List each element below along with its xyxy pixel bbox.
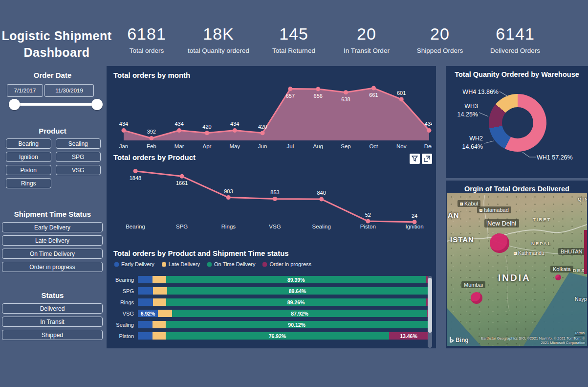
kpi-value: 20 xyxy=(417,24,463,44)
svg-text:SPG: SPG xyxy=(176,224,188,229)
svg-text:420: 420 xyxy=(258,124,267,130)
date-slider-handle-start[interactable] xyxy=(9,99,20,110)
product-filter-sealing[interactable]: Sealing xyxy=(56,138,101,149)
bar-segment-early-delivery[interactable] xyxy=(138,287,153,295)
map-canvas[interactable]: KabulIslamabadANQINGNew DelhiTIBETISTANN… xyxy=(447,193,587,346)
status-filter-shipped[interactable]: Shipped xyxy=(2,330,103,340)
legend-marker xyxy=(162,262,166,267)
svg-text:638: 638 xyxy=(341,96,350,102)
bar-segment-early-delivery[interactable]: 6.92% xyxy=(138,310,158,317)
bar-track[interactable]: 6.92%87.92% xyxy=(138,310,428,317)
donut-label-wh4: WH4 13.86% xyxy=(450,88,499,96)
bar-chart-scrollbar-track[interactable] xyxy=(428,276,432,348)
legend-marker xyxy=(207,262,212,267)
bar-segment-late-delivery[interactable] xyxy=(152,321,166,328)
product-filter-piston[interactable]: Piston xyxy=(6,165,51,175)
bar-segment-order-in-progress[interactable]: 13.46% xyxy=(389,332,428,340)
bar-segment-early-delivery[interactable] xyxy=(138,276,152,283)
map-label-kabul: Kabul xyxy=(457,200,480,207)
svg-text:Piston: Piston xyxy=(360,224,376,229)
bar-segment-late-delivery[interactable] xyxy=(158,310,172,317)
status-filter-in-transit[interactable]: In Transit xyxy=(2,317,103,327)
bar-track[interactable]: 89.64% xyxy=(138,287,428,295)
kpi-value: 18K xyxy=(188,24,249,44)
bar-track[interactable]: 76.92%13.46% xyxy=(138,332,428,340)
date-start-input[interactable]: 7/1/2017 xyxy=(7,84,43,97)
legend-label: On Time Delivery xyxy=(214,261,255,267)
bar-segment-on-time-delivery[interactable]: 76.92% xyxy=(166,332,389,340)
svg-text:434: 434 xyxy=(230,121,239,127)
town-dot-icon xyxy=(460,203,463,205)
orders-by-product-chart[interactable]: 184816619038538405224BearingSPGRingsVSGS… xyxy=(110,160,432,236)
bar-segment-on-time-delivery[interactable]: 90.12% xyxy=(166,321,427,328)
product-filter-rings[interactable]: Rings xyxy=(6,178,51,188)
orders-by-month-chart[interactable]: 434392434420434420657656638661601434JanF… xyxy=(110,77,432,151)
svg-text:52: 52 xyxy=(365,212,371,218)
kpi-value: 6141 xyxy=(490,24,540,44)
map-terms-link[interactable]: Terms xyxy=(575,331,585,335)
bar-segment-early-delivery[interactable] xyxy=(138,332,152,340)
legend-label: Early Delivery xyxy=(121,261,154,267)
svg-text:392: 392 xyxy=(147,129,156,135)
svg-text:434: 434 xyxy=(119,121,128,127)
status-header: Status xyxy=(0,291,105,299)
bar-row-rings: Rings89.26% xyxy=(113,296,428,308)
clipped-bubble-edge xyxy=(584,230,587,274)
svg-text:601: 601 xyxy=(397,90,406,96)
shipment-filter-early-delivery[interactable]: Early Delivery xyxy=(2,222,103,232)
product-filter-ignition[interactable]: Ignition xyxy=(6,152,51,162)
bar-segment-late-delivery[interactable] xyxy=(153,287,168,295)
shipment-filter-on-time-delivery[interactable]: On Time Delivery xyxy=(2,249,103,259)
bar-segment-early-delivery[interactable] xyxy=(138,321,152,328)
donut-label-wh3: WH3 14.25% xyxy=(450,102,478,119)
map-label-kolkata: Kolkata xyxy=(550,266,573,273)
bar-segment-on-time-delivery[interactable]: 89.64% xyxy=(167,287,427,295)
bar-track[interactable]: 90.12% xyxy=(138,321,428,328)
map-label-nepal: NEPAL xyxy=(531,241,552,246)
bar-chart-scrollbar-thumb[interactable] xyxy=(428,278,432,333)
bar-segment-early-delivery[interactable] xyxy=(138,298,153,306)
stacked-bar-chart[interactable]: Bearing89.39%SPG89.64%Rings89.26%VSG6.92… xyxy=(113,274,428,341)
bar-segment-late-delivery[interactable] xyxy=(152,276,166,283)
svg-text:Apr: Apr xyxy=(203,143,212,149)
bar-category-label: VSG xyxy=(113,311,138,317)
bar-track[interactable]: 89.26% xyxy=(138,298,428,306)
product-filter-spg[interactable]: SPG xyxy=(56,152,101,162)
status-filter-delivered[interactable]: Delivered xyxy=(2,303,103,314)
bar-row-bearing: Bearing89.39% xyxy=(113,274,428,285)
product-filter-vsg[interactable]: VSG xyxy=(56,165,101,175)
svg-text:Jan: Jan xyxy=(119,143,129,149)
svg-text:656: 656 xyxy=(314,93,323,99)
svg-text:VSG: VSG xyxy=(269,224,281,229)
map-label-an: AN xyxy=(448,211,459,219)
svg-text:24: 24 xyxy=(412,213,417,219)
warehouse-donut-panel: Total Quanity Ordered by Warehouse WH4 1… xyxy=(446,66,588,178)
bar-segment-on-time-delivery[interactable]: 89.39% xyxy=(166,276,426,283)
svg-text:Aug: Aug xyxy=(313,143,323,149)
legend-label: Late Delivery xyxy=(169,261,200,267)
map-label-india: INDIA xyxy=(498,273,531,283)
bar-segment-on-time-delivery[interactable]: 87.92% xyxy=(172,310,427,317)
date-end-input[interactable]: 11/30/2019 xyxy=(44,84,94,97)
svg-text:1848: 1848 xyxy=(130,175,141,181)
kpi-card-shipped-orders: 20Shipped Orders xyxy=(417,24,463,54)
svg-text:Dec: Dec xyxy=(424,143,432,149)
product-filter-bearing[interactable]: Bearing xyxy=(6,138,51,149)
order-bubble-mumbai xyxy=(471,292,482,304)
bar-track[interactable]: 89.39% xyxy=(138,276,428,283)
shipment-time-filter-group: Early DeliveryLate DeliveryOn Time Deliv… xyxy=(2,222,103,272)
legend-marker xyxy=(114,262,119,267)
town-dot-icon xyxy=(479,209,482,212)
bar-segment-late-delivery[interactable] xyxy=(152,332,166,340)
map-label-mumbai: Mumbai xyxy=(461,281,485,288)
bar-category-label: Bearing xyxy=(113,277,138,283)
bar-segment-on-time-delivery[interactable]: 89.26% xyxy=(166,298,425,306)
donut-label-wh1: WH1 57.26% xyxy=(537,154,587,162)
bar-segment-late-delivery[interactable] xyxy=(153,298,166,306)
kpi-label: Delivered Orders xyxy=(490,47,540,54)
date-slider-handle-end[interactable] xyxy=(91,99,103,110)
bar-category-label: Piston xyxy=(113,333,138,339)
svg-text:Sealing: Sealing xyxy=(312,224,330,229)
shipment-filter-late-delivery[interactable]: Late Delivery xyxy=(2,235,103,246)
shipment-filter-order-in-progress[interactable]: Order in progress xyxy=(2,262,103,272)
